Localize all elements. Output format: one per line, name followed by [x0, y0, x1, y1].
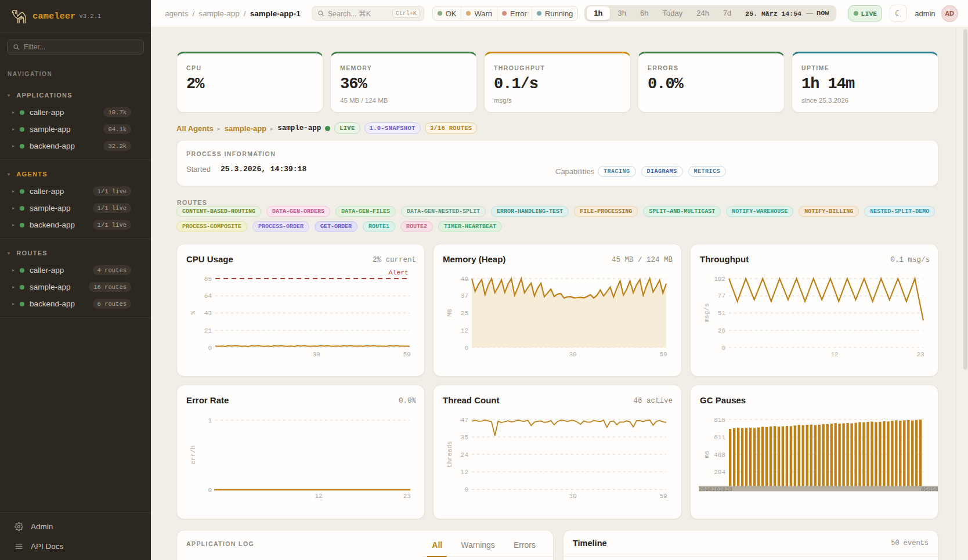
svg-text:GC Pauses: GC Pauses [700, 395, 746, 405]
svg-text:ms: ms [703, 450, 710, 458]
svg-text:Alert: Alert [388, 269, 409, 276]
svg-text:30: 30 [569, 351, 577, 358]
svg-text:12: 12 [315, 493, 322, 500]
svg-text:1: 1 [208, 417, 212, 424]
svg-text:%: % [190, 310, 197, 315]
svg-text:64: 64 [204, 292, 212, 299]
svg-text:26: 26 [717, 327, 725, 334]
svg-text:611: 611 [714, 434, 725, 441]
svg-text:12: 12 [461, 327, 468, 334]
svg-text:45 MB / 124 MB: 45 MB / 124 MB [612, 256, 673, 264]
svg-text:59: 59 [660, 493, 667, 500]
svg-text:37: 37 [461, 292, 468, 299]
svg-text:0: 0 [721, 345, 725, 352]
svg-text:47: 47 [461, 417, 468, 424]
svg-text:Error Rate: Error Rate [186, 395, 229, 405]
svg-text:0.0%: 0.0% [399, 397, 417, 405]
svg-text:24: 24 [461, 451, 469, 458]
svg-text:threads: threads [446, 441, 453, 468]
svg-text:12: 12 [830, 351, 838, 358]
svg-text:59: 59 [660, 351, 667, 358]
svg-text:err/h: err/h [190, 445, 197, 464]
svg-text:77: 77 [717, 292, 725, 299]
svg-text:0: 0 [465, 345, 469, 352]
svg-text:815: 815 [714, 417, 725, 424]
svg-text:23: 23 [916, 351, 924, 358]
svg-text:59: 59 [403, 351, 410, 358]
svg-text:23: 23 [403, 493, 410, 500]
svg-text:408: 408 [714, 451, 725, 458]
svg-text:0.1 msg/s: 0.1 msg/s [890, 256, 930, 264]
svg-text:49: 49 [461, 276, 468, 283]
svg-text:0: 0 [465, 486, 469, 493]
svg-text:05850: 05850 [921, 486, 938, 493]
svg-text:0: 0 [208, 487, 212, 494]
svg-text:Throughput: Throughput [700, 254, 749, 264]
svg-text:Thread Count: Thread Count [443, 395, 500, 405]
svg-text:0: 0 [208, 345, 212, 352]
svg-text:2% current: 2% current [373, 256, 416, 264]
svg-text:Memory (Heap): Memory (Heap) [443, 254, 505, 264]
svg-text:25: 25 [461, 310, 468, 317]
svg-text:35: 35 [461, 434, 468, 441]
svg-text:43: 43 [204, 310, 212, 317]
svg-text:51: 51 [717, 310, 725, 317]
svg-text:12: 12 [461, 469, 468, 476]
svg-text:2020202020: 2020202020 [699, 486, 732, 493]
svg-text:204: 204 [714, 469, 725, 476]
svg-text:MB: MB [446, 309, 453, 317]
svg-text:CPU Usage: CPU Usage [186, 254, 233, 264]
svg-text:85: 85 [204, 276, 212, 283]
svg-text:21: 21 [204, 327, 212, 334]
svg-text:msg/s: msg/s [703, 303, 710, 322]
svg-text:102: 102 [714, 276, 725, 283]
svg-text:30: 30 [312, 351, 320, 358]
svg-text:46 active: 46 active [634, 397, 673, 405]
svg-text:30: 30 [569, 493, 577, 500]
